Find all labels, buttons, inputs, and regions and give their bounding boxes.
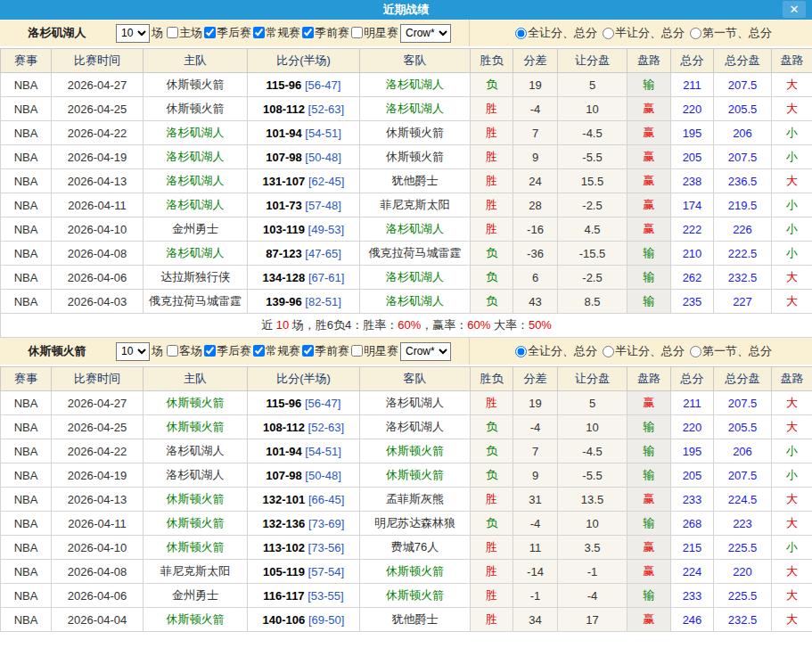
point-diff-cell: 7 (513, 121, 558, 145)
column-header: 总分 (671, 367, 714, 391)
over-under-cell: 大 (772, 73, 812, 97)
home-team-cell: 休斯顿火箭 (144, 608, 248, 632)
checkbox-input[interactable] (302, 345, 314, 357)
checkbox-input[interactable] (204, 345, 216, 357)
home-team-cell: 菲尼克斯太阳 (144, 560, 248, 584)
checkbox-input[interactable] (253, 27, 265, 38)
total-points-cell: 233 (671, 584, 714, 608)
radio-input[interactable] (515, 28, 527, 39)
filter-checkbox[interactable]: 常规赛 (251, 343, 300, 359)
home-team-cell: 休斯顿火箭 (144, 488, 248, 512)
radio-input[interactable] (515, 346, 527, 357)
filter-checkbox[interactable]: 季前赛 (300, 25, 349, 41)
type-select[interactable]: Crow* (400, 24, 451, 43)
filter-radio[interactable]: 全让分、总分 (510, 25, 597, 41)
point-diff-cell: 19 (513, 73, 558, 97)
total-line-cell: 205.5 (714, 415, 772, 439)
checkbox-input[interactable] (167, 345, 178, 357)
handicap-result-cell: 赢 (627, 536, 671, 560)
final-score: 113-102 (263, 541, 305, 554)
total-line-cell: 219.5 (714, 193, 772, 217)
checkbox-input[interactable] (204, 27, 216, 38)
filter-radio[interactable]: 半让分、总分 (597, 343, 685, 359)
over-under-cell: 小 (772, 217, 812, 242)
close-icon[interactable]: ✕ (783, 1, 806, 18)
radio-input[interactable] (690, 346, 701, 357)
filter-checkbox[interactable]: 季后赛 (202, 25, 251, 41)
away-team-cell: 洛杉矶湖人 (360, 73, 471, 97)
date-cell: 2026-04-25 (52, 415, 144, 439)
team-name: 洛杉矶湖人 (0, 25, 114, 41)
radio-input[interactable] (603, 28, 614, 39)
score-cell: 107-98 [50-48] (248, 463, 360, 488)
total-points-cell: 233 (671, 488, 714, 512)
table-row: NBA2026-04-03俄克拉荷马城雷霆139-96 [82-51]洛杉矶湖人… (1, 290, 812, 314)
handicap-result-cell: 输 (627, 290, 671, 314)
checkbox-input[interactable] (351, 27, 363, 38)
score-cell: 113-102 [73-56] (248, 536, 360, 560)
league-cell: NBA (1, 536, 52, 560)
over-under-cell: 小 (772, 439, 812, 463)
total-line-cell: 236.5 (714, 169, 772, 193)
point-diff-cell: -36 (513, 242, 558, 266)
team-name: 休斯顿火箭 (0, 343, 114, 359)
final-score: 134-128 (263, 271, 306, 284)
half-score: [73-56] (305, 541, 344, 554)
final-score: 87-123 (266, 247, 301, 260)
half-score: [47-65] (302, 247, 341, 260)
home-team-cell: 休斯顿火箭 (144, 415, 248, 439)
summary-segment: 50% (529, 318, 552, 332)
filter-checkbox[interactable]: 季前赛 (300, 343, 349, 359)
half-score: [52-63] (305, 103, 344, 116)
filter-checkbox[interactable]: 常规赛 (251, 25, 300, 41)
final-score: 107-98 (266, 469, 301, 482)
filter-left: 休斯顿火箭 10 场 客场季后赛常规赛季前赛明星赛 Crow* (0, 338, 470, 365)
half-score: [54-51] (302, 445, 341, 458)
checkbox-input[interactable] (351, 345, 363, 357)
radio-input[interactable] (690, 28, 701, 39)
final-score: 140-106 (263, 613, 306, 627)
handicap-line-cell: 4.5 (558, 217, 627, 242)
half-score: [56-47] (301, 397, 340, 410)
total-line-cell: 224.5 (714, 488, 772, 512)
score-cell: 103-119 [49-53] (248, 217, 360, 242)
checkbox-input[interactable] (302, 27, 314, 38)
win-loss-cell: 胜 (471, 536, 513, 560)
filter-checkbox[interactable]: 客场 (165, 343, 202, 359)
column-header: 主队 (144, 49, 248, 73)
column-header: 总分 (671, 49, 714, 73)
final-score: 103-119 (263, 223, 305, 236)
date-cell: 2026-04-13 (52, 488, 144, 512)
half-score: [50-48] (302, 151, 341, 164)
checkbox-label: 客场 (179, 343, 202, 359)
score-cell: 101-94 [54-51] (248, 121, 360, 145)
league-cell: NBA (1, 488, 52, 512)
filter-checkbox[interactable]: 明星赛 (349, 343, 398, 359)
type-select[interactable]: Crow* (400, 342, 451, 361)
filter-checkbox[interactable]: 明星赛 (349, 25, 398, 41)
league-cell: NBA (1, 169, 52, 193)
filter-radio[interactable]: 全让分、总分 (510, 343, 597, 359)
away-team-cell: 休斯顿火箭 (360, 121, 471, 145)
filter-checkbox[interactable]: 季后赛 (202, 343, 251, 359)
date-cell: 2026-04-27 (52, 73, 144, 97)
handicap-line-cell: 8.5 (558, 290, 627, 314)
filter-radio[interactable]: 第一节、总分 (685, 343, 772, 359)
filter-checkbox[interactable]: 主场 (165, 25, 202, 41)
home-team-cell: 金州勇士 (144, 217, 248, 242)
checkbox-input[interactable] (167, 27, 178, 38)
column-header: 分差 (513, 367, 558, 391)
games-count-select[interactable]: 10 (116, 24, 150, 43)
games-count-select[interactable]: 10 (116, 342, 150, 361)
summary-segment: 场，胜6负4：胜率： (289, 318, 398, 332)
final-score: 105-119 (263, 565, 305, 578)
total-points-cell: 205 (671, 145, 714, 169)
handicap-line-cell: 5 (558, 73, 627, 97)
handicap-line-cell: 10 (558, 512, 627, 536)
win-loss-cell: 负 (471, 290, 513, 314)
filter-radio[interactable]: 半让分、总分 (597, 25, 685, 41)
filter-radio[interactable]: 第一节、总分 (685, 25, 772, 41)
checkbox-input[interactable] (253, 345, 265, 357)
games-suffix-label: 场 (152, 25, 163, 41)
radio-input[interactable] (603, 346, 614, 357)
